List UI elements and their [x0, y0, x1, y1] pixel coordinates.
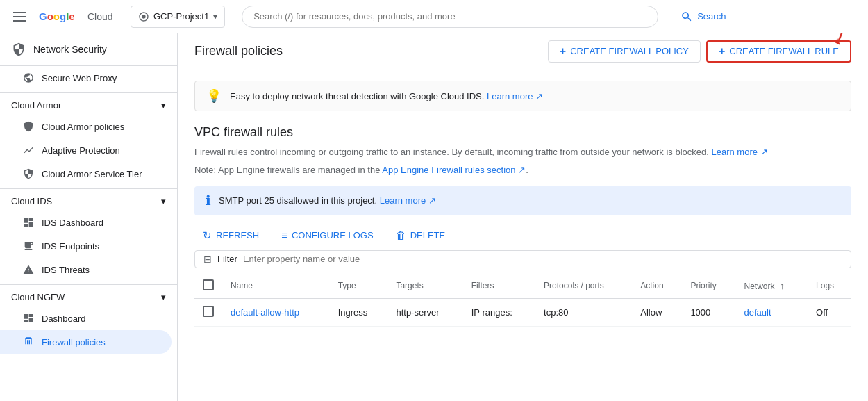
- divider-1: [0, 92, 177, 93]
- project-chevron-icon: ▾: [213, 12, 217, 22]
- search-button[interactable]: Search: [675, 10, 731, 23]
- row-logs: Off: [808, 298, 851, 326]
- info-banner: 💡 Easy to deploy network threat detectio…: [194, 81, 851, 111]
- sidebar-item-cloud-armor-policies[interactable]: Cloud Armor policies: [0, 115, 172, 138]
- project-name: GCP-Project1: [153, 11, 209, 22]
- filter-label: Filter: [217, 254, 237, 264]
- sidebar-item-secure-web-proxy[interactable]: Secure Web Proxy: [0, 66, 172, 90]
- create-firewall-rule-button[interactable]: + CREATE FIREWALL RULE: [706, 40, 851, 63]
- app-engine-link[interactable]: App Engine Firewall rules section ↗: [382, 165, 526, 175]
- sidebar-item-dashboard[interactable]: Dashboard: [0, 306, 172, 330]
- row-name: default-allow-http: [222, 298, 330, 326]
- row-action: Allow: [632, 298, 682, 326]
- create-rule-icon: +: [719, 45, 725, 58]
- page-title: Firewall policies: [194, 44, 283, 58]
- search-container: [242, 6, 658, 28]
- banner-learn-more-link[interactable]: Learn more ↗: [487, 91, 543, 101]
- ngfw-dashboard-label: Dashboard: [42, 313, 86, 324]
- filter-icon: ⊟: [203, 254, 212, 265]
- table-header-row: Name Type Targets Filters Protocols / po…: [194, 274, 851, 299]
- cloud-ids-section[interactable]: Cloud IDS ▾: [0, 192, 177, 211]
- vpc-learn-more-link[interactable]: Learn more ↗: [712, 147, 768, 157]
- ids-endpoints-icon: [22, 240, 35, 252]
- cloud-armor-policies-label: Cloud Armor policies: [42, 122, 124, 132]
- create-rule-label: CREATE FIREWALL RULE: [729, 46, 839, 56]
- table-header: Name Type Targets Filters Protocols / po…: [194, 274, 851, 299]
- sidebar-item-adaptive-protection[interactable]: Adaptive Protection: [0, 138, 172, 162]
- row-network: default: [736, 298, 808, 326]
- ngfw-dashboard-icon: [22, 312, 35, 325]
- row-type: Ingress: [330, 298, 388, 326]
- project-icon: [138, 11, 149, 22]
- search-label: Search: [697, 11, 726, 22]
- delete-icon: 🗑: [396, 229, 406, 241]
- table-row: default-allow-http Ingress http-server I…: [194, 298, 851, 326]
- firewall-rules-table: Name Type Targets Filters Protocols / po…: [194, 274, 851, 327]
- ids-threats-label: IDS Threats: [42, 265, 90, 275]
- ids-endpoints-label: IDS Endpoints: [42, 241, 99, 252]
- smtp-learn-more-link[interactable]: Learn more ↗: [380, 195, 436, 206]
- configure-logs-button[interactable]: ≡ CONFIGURE LOGS: [273, 227, 382, 244]
- sidebar-item-ids-threats[interactable]: IDS Threats: [0, 258, 172, 281]
- col-action: Action: [632, 274, 682, 299]
- row-protocols: tcp:80: [535, 298, 632, 326]
- divider-2: [0, 188, 177, 189]
- vpc-description: Firewall rules control incoming or outgo…: [194, 145, 851, 159]
- cloud-armor-service-tier-label: Cloud Armor Service Tier: [42, 169, 142, 179]
- ids-dashboard-label: IDS Dashboard: [42, 218, 103, 228]
- row-filters: IP ranges:: [463, 298, 535, 326]
- network-security-icon: [11, 42, 26, 57]
- select-all-checkbox[interactable]: [203, 279, 214, 290]
- project-selector[interactable]: GCP-Project1 ▾: [131, 6, 225, 28]
- refresh-icon: ↻: [203, 229, 212, 242]
- col-targets: Targets: [387, 274, 462, 299]
- smtp-info-icon: ℹ: [206, 193, 210, 208]
- row-check: [194, 298, 222, 326]
- cloud-ids-chevron-icon: ▾: [161, 196, 166, 206]
- secure-web-proxy-icon: [22, 72, 35, 84]
- header-actions: + CREATE FIREWALL POLICY + CREATE FIREWA…: [548, 40, 851, 63]
- sidebar-section-network-security[interactable]: Network Security: [0, 33, 177, 66]
- main-layout: Network Security Secure Web Proxy Cloud …: [0, 33, 868, 401]
- col-check: [194, 274, 222, 299]
- sidebar-item-cloud-armor-service-tier[interactable]: Cloud Armor Service Tier: [0, 162, 172, 186]
- search-icon: [681, 10, 693, 23]
- sidebar-item-ids-dashboard[interactable]: IDS Dashboard: [0, 211, 172, 234]
- cloud-armor-service-tier-icon: [22, 167, 35, 180]
- svg-point-2: [142, 15, 145, 18]
- rule-name-link[interactable]: default-allow-http: [231, 307, 299, 318]
- refresh-button[interactable]: ↻ REFRESH: [194, 227, 267, 245]
- col-filters: Filters: [463, 274, 535, 299]
- menu-button[interactable]: [6, 3, 33, 31]
- create-policy-label: CREATE FIREWALL POLICY: [570, 46, 689, 56]
- google-cloud-logo: Google Cloud: [39, 10, 119, 24]
- cloud-ids-title: Cloud IDS: [11, 196, 52, 206]
- sidebar-item-firewall-policies[interactable]: Firewall policies: [0, 330, 172, 354]
- create-firewall-policy-button[interactable]: + CREATE FIREWALL POLICY: [548, 40, 701, 63]
- cloud-ngfw-chevron-icon: ▾: [161, 292, 166, 302]
- filter-input[interactable]: [243, 254, 842, 264]
- vpc-section-title: VPC firewall rules: [194, 125, 851, 140]
- adaptive-protection-icon: [22, 144, 35, 156]
- search-input[interactable]: [242, 6, 658, 28]
- sidebar: Network Security Secure Web Proxy Cloud …: [0, 33, 178, 401]
- banner-main-text: Easy to deploy network threat detection …: [230, 91, 484, 101]
- row-checkbox[interactable]: [203, 306, 214, 317]
- table-body: default-allow-http Ingress http-server I…: [194, 298, 851, 326]
- row-priority: 1000: [682, 298, 735, 326]
- network-link[interactable]: default: [744, 307, 771, 318]
- cloud-ngfw-section[interactable]: Cloud NGFW ▾: [0, 288, 177, 306]
- network-sort-icon[interactable]: ↑: [780, 280, 785, 291]
- delete-button[interactable]: 🗑 DELETE: [387, 227, 454, 244]
- create-rule-container: + CREATE FIREWALL RULE: [706, 40, 851, 63]
- cloud-armor-section[interactable]: Cloud Armor ▾: [0, 96, 177, 115]
- col-logs: Logs: [808, 274, 851, 299]
- ids-dashboard-icon: [22, 216, 35, 229]
- topbar: Google Cloud GCP-Project1 ▾ Search: [0, 0, 868, 33]
- main-content: Firewall policies + CREATE FIREWALL POLI…: [178, 33, 868, 401]
- firewall-policies-icon: [22, 336, 35, 348]
- svg-text:Cloud: Cloud: [87, 11, 113, 22]
- filter-bar: ⊟ Filter: [194, 250, 851, 268]
- bulb-icon: 💡: [206, 88, 222, 104]
- sidebar-item-ids-endpoints[interactable]: IDS Endpoints: [0, 234, 172, 258]
